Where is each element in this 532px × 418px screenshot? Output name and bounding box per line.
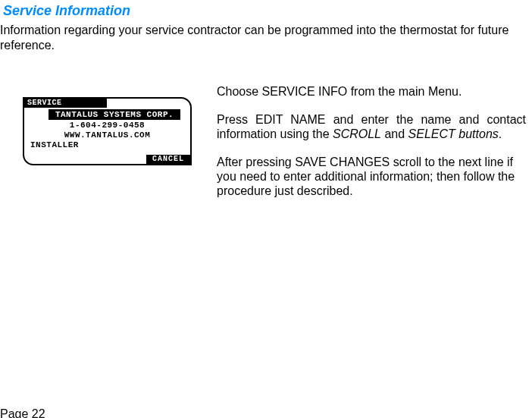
emphasis-scroll: SCROLL [333, 127, 381, 140]
emphasis-select: SELECT buttons [408, 127, 499, 140]
instruction-step-3: After pressing SAVE CHANGES scroll to th… [217, 155, 526, 198]
instruction-column: Choose SERVICE INFO from the main Menu. … [217, 84, 526, 212]
screen-title: SERVICE [24, 99, 107, 108]
menu-highlight: TANTALUS SYSTEMS CORP. [49, 109, 180, 120]
menu-web: WWW.TANTALUS.COM [23, 130, 192, 140]
document-page: Service Information Information regardin… [0, 0, 532, 418]
page-number: Page 22 [0, 407, 45, 418]
thermostat-screenshot: SERVICE TANTALUS SYSTEMS CORP. 1-604-299… [23, 97, 192, 165]
section-heading: Service Information [3, 3, 130, 19]
text-run: and [381, 127, 408, 140]
instruction-step-1: Choose SERVICE INFO from the main Menu. [217, 84, 526, 99]
text-run: . [499, 127, 502, 140]
instruction-step-2: Press EDIT NAME and enter the name and c… [217, 112, 526, 141]
intro-paragraph: Information regarding your service contr… [0, 23, 527, 53]
cancel-softkey: CANCEL [146, 155, 190, 164]
menu-installer: INSTALLER [30, 140, 79, 149]
menu-phone: 1-604-299-0458 [23, 121, 192, 130]
